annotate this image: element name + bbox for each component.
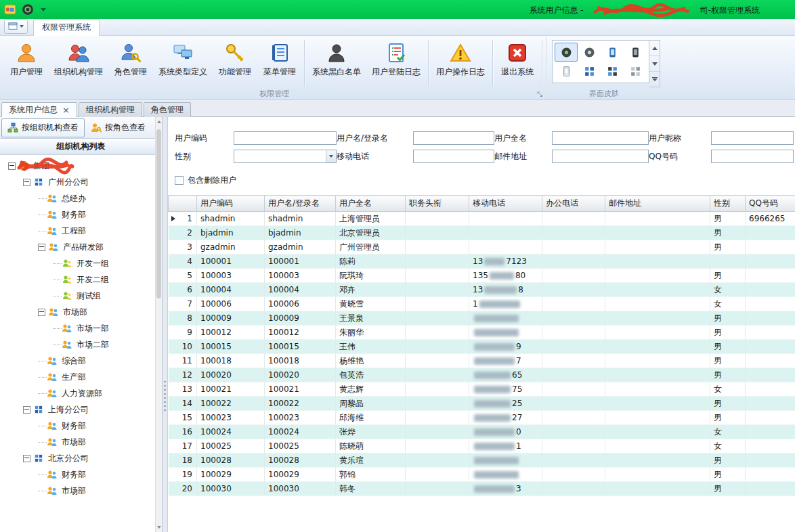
cell-qq[interactable]	[746, 326, 795, 340]
cell-sex[interactable]: 女	[710, 382, 746, 397]
skin-tile-3[interactable]	[601, 43, 624, 62]
cell-email[interactable]	[605, 411, 710, 425]
tree-item[interactable]: 集团	[0, 158, 162, 174]
cell-sex[interactable]: 男	[710, 311, 746, 326]
cell-code[interactable]: 100022	[197, 397, 265, 411]
skin-scroll-down-button[interactable]	[649, 56, 660, 72]
cell-qq[interactable]	[746, 254, 795, 269]
cell-mobile[interactable]: 13580	[469, 269, 542, 283]
cell-title[interactable]	[406, 354, 469, 368]
cell-email[interactable]	[605, 283, 710, 297]
scroll-down-icon[interactable]	[156, 523, 162, 532]
cell-title[interactable]	[406, 254, 469, 269]
cell-sex[interactable]: 男	[710, 240, 746, 254]
cell-sex[interactable]: 男	[710, 368, 746, 382]
cell-name[interactable]: 黄晓雪	[336, 297, 406, 311]
table-row[interactable]: 20100030100030韩冬3男	[169, 482, 795, 496]
table-row[interactable]: 10100015100015王伟9男	[169, 340, 795, 354]
cell-office[interactable]	[542, 283, 605, 297]
ribbon-button-menu-management[interactable]: 菜单管理	[257, 38, 302, 79]
cell-name[interactable]: 黄志辉	[336, 382, 406, 397]
tree-expander-icon[interactable]	[38, 244, 45, 251]
tree-item[interactable]: 市场部	[0, 304, 162, 320]
cell-email[interactable]	[605, 468, 710, 482]
column-header-code[interactable]: 用户编码	[197, 196, 265, 212]
tree-expander-icon[interactable]	[8, 162, 16, 170]
tree-scrollbar[interactable]	[155, 117, 162, 532]
cell-office[interactable]	[542, 326, 605, 340]
cell-name[interactable]: 杨维艳	[336, 354, 406, 368]
cell-code[interactable]: 100001	[197, 254, 265, 269]
cell-login[interactable]: 100015	[265, 340, 336, 354]
user-code-input[interactable]	[234, 131, 337, 145]
row-indicator-cell[interactable]: 4	[169, 254, 197, 269]
tree-item[interactable]: 市场部	[0, 434, 162, 450]
row-indicator-cell[interactable]: 15	[169, 411, 197, 425]
column-header-title[interactable]: 职务头衔	[406, 196, 469, 212]
tree-expander-icon[interactable]	[23, 455, 30, 462]
login-name-input[interactable]	[413, 131, 494, 145]
cell-title[interactable]	[406, 326, 469, 340]
cell-title[interactable]	[406, 297, 469, 311]
cell-qq[interactable]	[746, 240, 795, 254]
tree-item[interactable]: 财务部	[0, 466, 162, 483]
cell-sex[interactable]: 男	[710, 411, 746, 425]
view-by-organization-button[interactable]: 按组织机构查看	[1, 118, 85, 137]
cell-qq[interactable]	[746, 411, 795, 425]
tree-item[interactable]: 上海分公司	[0, 401, 162, 418]
tree-item[interactable]: 开发二组	[0, 271, 162, 288]
row-indicator-cell[interactable]: 2	[169, 226, 197, 240]
tree-item[interactable]: 工程部	[0, 223, 162, 239]
row-indicator-cell[interactable]: 3	[169, 240, 197, 254]
cell-mobile[interactable]: 137123	[469, 254, 542, 269]
cell-sex[interactable]	[710, 254, 746, 269]
cell-name[interactable]: 邱海维	[336, 411, 406, 425]
skin-tile-6[interactable]	[578, 62, 601, 81]
row-indicator-cell[interactable]: 13	[169, 382, 197, 397]
ribbon-button-system-blacklist[interactable]: 系统黑白名单	[307, 38, 366, 79]
cell-email[interactable]	[605, 269, 710, 283]
full-name-input[interactable]	[552, 131, 649, 145]
cell-title[interactable]	[406, 453, 469, 468]
cell-email[interactable]	[605, 354, 710, 368]
cell-mobile[interactable]	[469, 311, 542, 326]
ribbon-button-org-management[interactable]: 组织机构管理	[49, 38, 108, 79]
cell-sex[interactable]: 女	[710, 425, 746, 439]
tree-item[interactable]: 生产部	[0, 369, 162, 385]
cell-code[interactable]: gzadmin	[197, 240, 265, 254]
row-indicator-cell[interactable]: 6	[169, 283, 197, 297]
cell-code[interactable]: 100021	[197, 382, 265, 397]
panel-splitter[interactable]	[163, 117, 168, 532]
table-row[interactable]: 5100003100003阮琪琦13580男	[169, 269, 795, 283]
cell-email[interactable]	[605, 439, 710, 453]
cell-login[interactable]: 100001	[265, 254, 336, 269]
cell-qq[interactable]	[746, 283, 795, 297]
cell-name[interactable]: 周黎晶	[336, 397, 406, 411]
cell-name[interactable]: 王景泉	[336, 311, 406, 326]
row-indicator-cell[interactable]: 12	[169, 368, 197, 382]
cell-name[interactable]: 广州管理员	[336, 240, 406, 254]
cell-mobile[interactable]: 27	[469, 411, 542, 425]
cell-sex[interactable]: 女	[710, 283, 746, 297]
cell-login[interactable]: 100022	[265, 397, 336, 411]
cell-qq[interactable]	[746, 453, 795, 468]
cell-qq[interactable]	[746, 382, 795, 397]
ribbon-button-exit-system[interactable]: 退出系统	[495, 38, 540, 79]
tree-item[interactable]: 财务部	[0, 206, 162, 223]
cell-qq[interactable]	[746, 439, 795, 453]
tree-item[interactable]: 财务部	[0, 418, 162, 434]
cell-email[interactable]	[605, 240, 710, 254]
cell-title[interactable]	[406, 439, 469, 453]
cell-email[interactable]	[605, 340, 710, 354]
document-tab-3[interactable]: 角色管理	[144, 102, 191, 117]
row-indicator-cell[interactable]: 9	[169, 326, 197, 340]
cell-email[interactable]	[605, 326, 710, 340]
cell-mobile[interactable]: 65	[469, 368, 542, 382]
cell-mobile[interactable]: 7	[469, 354, 542, 368]
table-row[interactable]: 12100020100020包英浩65男	[169, 368, 795, 382]
cell-login[interactable]: 100021	[265, 382, 336, 397]
skin-tile-5[interactable]	[555, 62, 578, 81]
cell-title[interactable]	[406, 340, 469, 354]
cell-office[interactable]	[542, 212, 605, 226]
cell-login[interactable]: 100025	[265, 439, 336, 453]
